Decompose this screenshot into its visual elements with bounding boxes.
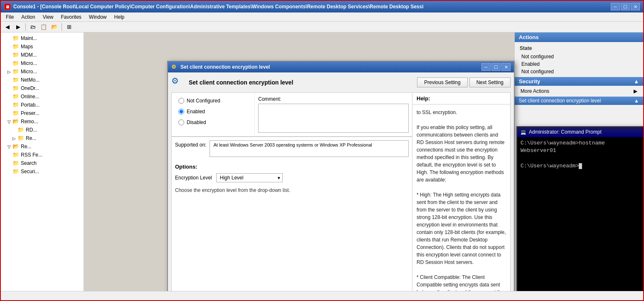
security-chevron-up-icon: ▲ bbox=[634, 78, 639, 85]
comment-textarea[interactable] bbox=[258, 104, 409, 133]
tree-item-securi[interactable]: 📁 Securi... bbox=[1, 167, 84, 176]
radio-disabled[interactable]: Disabled bbox=[178, 119, 248, 125]
tree-label: Micro... bbox=[21, 60, 37, 66]
minimize-button[interactable]: ─ bbox=[611, 3, 620, 10]
dialog-title-controls: ─ ☐ ✕ bbox=[481, 63, 511, 71]
tree-item-re1[interactable]: ▷ 📁 Re... bbox=[1, 134, 84, 142]
forward-button[interactable]: ▶ bbox=[13, 22, 23, 32]
folder-icon: 📂 bbox=[12, 118, 19, 125]
up-button[interactable]: 🗁 bbox=[28, 22, 38, 32]
dialog-minimize-button[interactable]: ─ bbox=[481, 63, 491, 71]
tree-label: Preser... bbox=[21, 110, 39, 116]
tree-item-mdm[interactable]: 📁 MDM... bbox=[1, 51, 84, 59]
expand-icon[interactable]: ▷ bbox=[12, 136, 17, 141]
toolbar: ◀ ▶ 🗁 📋 📂 ⊞ bbox=[1, 22, 643, 32]
restore-button[interactable]: ☐ bbox=[621, 3, 630, 10]
folder-icon: 📁 bbox=[12, 85, 19, 92]
radio-disabled-input[interactable] bbox=[178, 119, 184, 125]
tree-item-onedr[interactable]: 📁 OneDr... bbox=[1, 84, 84, 92]
radio-not-configured[interactable]: Not Configured bbox=[178, 98, 248, 104]
tree-item-re2[interactable]: ▽ 📂 Re... bbox=[1, 142, 84, 151]
comment-label: Comment: bbox=[258, 96, 409, 102]
dialog-body: Not Configured Enabled Disabled bbox=[171, 92, 511, 291]
tree-label: NetMo... bbox=[21, 77, 39, 83]
tree-item-rssfe[interactable]: 📁 RSS Fe... bbox=[1, 151, 84, 159]
more-actions-item[interactable]: More Actions ▶ bbox=[519, 87, 639, 95]
menu-action[interactable]: Action bbox=[18, 13, 38, 21]
folder-icon: 📁 bbox=[12, 102, 19, 108]
menu-window[interactable]: Window bbox=[86, 13, 110, 21]
tree-label: Securi... bbox=[21, 169, 39, 174]
security-section-header[interactable]: Security ▲ bbox=[515, 77, 643, 86]
expand-icon[interactable]: ▷ bbox=[7, 70, 12, 74]
help-text-p3: * High: The High setting encrypts data s… bbox=[417, 191, 506, 266]
folder-icon: 📁 bbox=[12, 68, 19, 75]
dialog-title-text: Set client connection encryption level bbox=[180, 64, 481, 70]
help-text-p4: * Client Compatible: The Client Compatib… bbox=[417, 274, 506, 291]
tree-item-preser[interactable]: 📁 Preser... bbox=[1, 109, 84, 117]
set-encryption-label: Set client connection encryption level bbox=[519, 98, 601, 104]
settings-dialog: ⚙ Set client connection encryption level… bbox=[167, 61, 515, 291]
tree-label: Re... bbox=[26, 135, 36, 141]
tree-label: OneDr... bbox=[21, 85, 39, 91]
tree-item-micro2[interactable]: ▷ 📁 Micro... bbox=[1, 67, 84, 76]
app-icon: 🖥 bbox=[4, 3, 11, 10]
show-hide-button[interactable]: 📋 bbox=[39, 22, 49, 32]
cmd-window: 💻 Administrator: Command Prompt ─ ☐ C:\U… bbox=[516, 126, 643, 291]
radio-enabled[interactable]: Enabled bbox=[178, 109, 248, 114]
state-heading: State bbox=[515, 44, 643, 53]
radio-section: Not Configured Enabled Disabled bbox=[172, 93, 255, 136]
dialog-close-button[interactable]: ✕ bbox=[501, 63, 511, 71]
radio-enabled-label: Enabled bbox=[187, 109, 205, 114]
cmd-cursor bbox=[579, 163, 582, 169]
cmd-title-bar: 💻 Administrator: Command Prompt ─ ☐ bbox=[517, 127, 643, 137]
tree-item-search[interactable]: 📁 Search bbox=[1, 159, 84, 167]
chevron-right-icon: ▶ bbox=[634, 88, 637, 94]
back-button[interactable]: ◀ bbox=[2, 22, 12, 32]
comment-section: Comment: bbox=[255, 93, 412, 136]
radio-enabled-input[interactable] bbox=[178, 109, 184, 114]
menu-favorites[interactable]: Favorites bbox=[58, 13, 85, 21]
tree-item-remo[interactable]: ▽ 📂 Remo... bbox=[1, 117, 84, 126]
tree-label: Re... bbox=[21, 144, 31, 149]
options-label: Options: bbox=[175, 164, 409, 170]
expand-icon[interactable]: ▽ bbox=[7, 144, 12, 149]
previous-setting-button[interactable]: Previous Setting bbox=[417, 77, 467, 87]
tree-item-maps[interactable]: 📁 Maps bbox=[1, 42, 84, 51]
more-actions-label: More Actions bbox=[521, 88, 549, 94]
tree-item-online[interactable]: 📁 Online... bbox=[1, 92, 84, 101]
tree-item-maint[interactable]: 📁 Maint... bbox=[1, 34, 84, 42]
set-encryption-header[interactable]: Set client connection encryption level ▲ bbox=[515, 97, 643, 105]
expand-icon[interactable]: ▽ bbox=[7, 119, 12, 124]
tree-item-netmo[interactable]: 📁 NetMo... bbox=[1, 76, 84, 84]
cmd-title: Administrator: Command Prompt bbox=[529, 129, 643, 135]
tree-label: RD... bbox=[26, 127, 37, 133]
toolbar-separator-2 bbox=[62, 23, 62, 31]
encryption-select[interactable]: Client Compatible High Level FIPS Compli… bbox=[216, 173, 283, 182]
folder-icon: 📁 bbox=[17, 135, 24, 142]
cmd-line-4: C:\Users\wayneadm> bbox=[521, 162, 643, 170]
folder-button[interactable]: 📂 bbox=[49, 22, 59, 32]
security-items: More Actions ▶ bbox=[515, 86, 643, 97]
tree-item-portab[interactable]: 📁 Portab... bbox=[1, 101, 84, 109]
tree-label: Search bbox=[21, 160, 37, 166]
supported-value: At least Windows Server 2003 operating s… bbox=[210, 140, 409, 157]
close-button[interactable]: ✕ bbox=[631, 3, 640, 10]
menu-bar: File Action View Favorites Window Help bbox=[1, 12, 643, 22]
tree-item-micro1[interactable]: 📁 Micro... bbox=[1, 59, 84, 67]
dialog-maximize-button[interactable]: ☐ bbox=[491, 63, 501, 71]
options-section: Options: Encryption Level Client Compati… bbox=[172, 160, 412, 291]
view-button[interactable]: ⊞ bbox=[64, 22, 74, 32]
menu-file[interactable]: File bbox=[2, 13, 17, 21]
tree-item-rd[interactable]: 📁 RD... bbox=[1, 126, 84, 134]
menu-view[interactable]: View bbox=[39, 13, 57, 21]
dialog-content: ⚙ Set client connection encryption level… bbox=[168, 72, 514, 291]
tree-label: Portab... bbox=[21, 102, 39, 108]
tree-label: Online... bbox=[21, 94, 39, 100]
next-setting-button[interactable]: Next Setting bbox=[469, 77, 511, 87]
folder-icon: 📁 bbox=[12, 110, 19, 117]
menu-help[interactable]: Help bbox=[111, 13, 128, 21]
radio-not-configured-input[interactable] bbox=[178, 98, 184, 104]
folder-icon: 📁 bbox=[12, 60, 19, 67]
actions-header: Actions bbox=[515, 32, 643, 42]
